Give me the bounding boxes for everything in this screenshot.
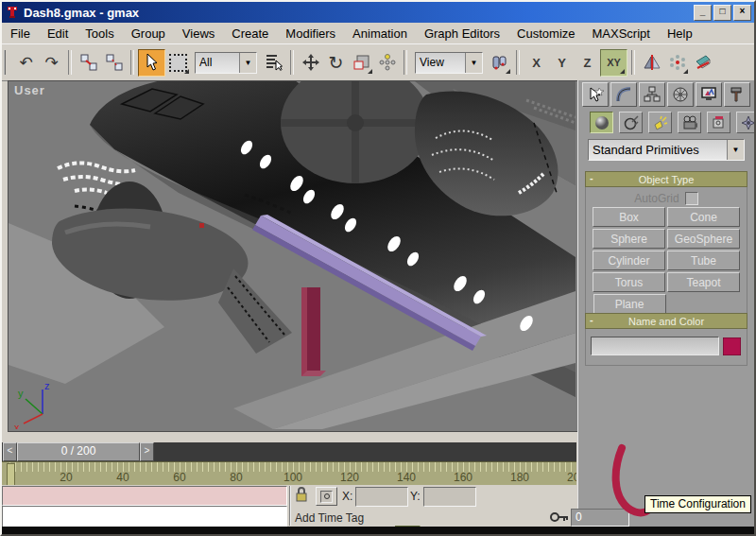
menu-views[interactable]: Views (174, 25, 223, 43)
menu-help[interactable]: Help (659, 25, 701, 43)
primitive-category-dropdown[interactable]: Standard Primitives ▼ (588, 139, 745, 161)
y-coordinate-field[interactable] (423, 487, 476, 507)
select-by-name-button[interactable] (261, 50, 286, 76)
time-slider-prev-button[interactable]: < (3, 442, 17, 461)
main-toolbar: ↶ ↷ All ▼ ↻ View ▼ X Y Z XY (2, 43, 754, 81)
dropdown-arrow-icon[interactable]: ▼ (239, 53, 256, 73)
move-button[interactable] (298, 50, 323, 76)
reference-coordinate-dropdown[interactable]: View ▼ (415, 52, 483, 74)
restrict-xy-plane-button[interactable]: XY (600, 49, 627, 77)
reference-coordinate-value: View (416, 53, 465, 73)
track-tick-label: 140 (392, 471, 421, 484)
track-tick-label: 80 (222, 471, 250, 484)
menu-maxscript[interactable]: MAXScript (584, 25, 659, 43)
object-type-rollout: - Object Type AutoGrid Box Cone Sphere G… (585, 171, 747, 321)
create-cylinder-button[interactable]: Cylinder (593, 251, 665, 270)
track-tick-label: 200 (562, 471, 576, 484)
select-object-button[interactable] (138, 49, 165, 77)
menu-edit[interactable]: Edit (39, 25, 77, 43)
restrict-x-button[interactable]: X (524, 50, 549, 76)
tab-motion[interactable] (667, 82, 694, 107)
object-color-swatch[interactable] (723, 337, 741, 355)
command-panel-tabs (582, 82, 750, 107)
toolbar-separator (68, 50, 72, 75)
tab-display[interactable] (696, 82, 722, 107)
menu-tools[interactable]: Tools (77, 25, 122, 43)
unlink-button[interactable] (101, 50, 127, 76)
tab-utilities[interactable] (724, 82, 750, 107)
undo-button[interactable]: ↶ (13, 50, 39, 76)
viewport-canvas: z y x (9, 81, 576, 429)
viewport-label[interactable]: User (14, 83, 45, 97)
svg-text:x: x (14, 422, 20, 429)
render-type-button[interactable] (690, 50, 715, 76)
link-button[interactable] (76, 50, 101, 76)
track-tick-label: 40 (109, 471, 137, 484)
autogrid-checkbox[interactable] (685, 192, 698, 205)
restrict-y-button[interactable]: Y (549, 50, 575, 76)
selection-lock-icon[interactable] (295, 487, 308, 503)
time-slider-next-button[interactable]: > (140, 442, 154, 461)
dropdown-arrow-icon[interactable]: ▼ (465, 53, 482, 73)
maximize-button[interactable]: □ (713, 5, 731, 21)
create-categories (590, 112, 756, 133)
category-shapes-button[interactable] (619, 112, 643, 133)
maxscript-mini-listener[interactable] (2, 486, 287, 506)
redo-button[interactable]: ↷ (39, 50, 64, 76)
create-torus-button[interactable]: Torus (593, 272, 665, 292)
x-coordinate-field[interactable] (355, 487, 408, 507)
track-bar[interactable]: 20 40 60 80 100 120 140 160 180 200 (2, 461, 576, 485)
tab-create[interactable] (582, 82, 609, 107)
align-button[interactable] (664, 50, 690, 76)
time-slider-handle[interactable]: 0 / 200 (17, 442, 140, 461)
statusbar-divider (289, 486, 291, 526)
toolbar-drag-handle[interactable] (4, 50, 9, 75)
create-box-button[interactable]: Box (593, 207, 665, 227)
category-cameras-button[interactable] (678, 112, 701, 133)
add-time-tag[interactable]: Add Time Tag (295, 511, 364, 525)
frame-0-marker[interactable] (7, 463, 15, 485)
category-lights-button[interactable] (648, 112, 672, 133)
close-button[interactable]: × (733, 5, 751, 21)
menu-graph-editors[interactable]: Graph Editors (416, 25, 508, 43)
create-geosphere-button[interactable]: GeoSphere (667, 229, 740, 249)
create-tube-button[interactable]: Tube (667, 251, 740, 270)
pivot-point-button[interactable] (487, 50, 512, 76)
dropdown-arrow-icon[interactable]: ▼ (727, 140, 744, 160)
viewport-user[interactable]: User (8, 80, 578, 432)
category-geometry-button[interactable] (590, 112, 613, 133)
collapse-icon: - (590, 172, 593, 183)
current-frame-value: 0 (576, 510, 582, 524)
region-select-button[interactable] (165, 50, 191, 76)
create-sphere-button[interactable]: Sphere (593, 229, 665, 249)
absolute-offset-mode-button[interactable] (316, 487, 337, 506)
undo-icon: ↶ (19, 55, 32, 71)
menu-group[interactable]: Group (123, 25, 174, 43)
listener-input[interactable] (2, 506, 287, 527)
mirror-button[interactable] (639, 50, 664, 76)
name-color-rollout-header[interactable]: - Name and Color (585, 313, 747, 329)
rotate-button[interactable]: ↻ (323, 50, 349, 76)
menu-file[interactable]: File (2, 25, 39, 43)
create-plane-button[interactable]: Plane (593, 294, 666, 314)
tab-modify[interactable] (610, 82, 637, 107)
manipulate-button[interactable] (374, 50, 400, 76)
category-helpers-button[interactable] (707, 112, 730, 133)
minimize-button[interactable]: _ (694, 5, 712, 21)
restrict-z-button[interactable]: Z (575, 50, 600, 76)
scale-button[interactable] (349, 50, 374, 76)
create-cone-button[interactable]: Cone (667, 207, 740, 227)
menu-modifiers[interactable]: Modifiers (277, 25, 344, 43)
category-spacewarps-button[interactable] (736, 112, 756, 133)
mirror-icon (644, 54, 661, 71)
object-name-field[interactable] (591, 337, 719, 355)
tab-hierarchy[interactable] (639, 82, 665, 107)
toolbar-separator (130, 50, 134, 75)
menu-create[interactable]: Create (223, 25, 277, 43)
object-type-rollout-header[interactable]: - Object Type (585, 171, 747, 187)
menu-customize[interactable]: Customize (508, 25, 583, 43)
create-teapot-button[interactable]: Teapot (667, 272, 740, 292)
key-mode-icon[interactable] (550, 511, 569, 524)
menu-animation[interactable]: Animation (344, 25, 416, 43)
selection-filter-dropdown[interactable]: All ▼ (195, 52, 257, 74)
